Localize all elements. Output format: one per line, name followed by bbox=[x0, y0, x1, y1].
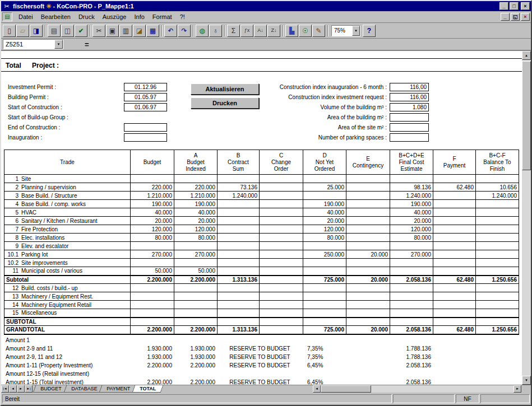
trade-cell[interactable]: 12Build. costs / build.- up bbox=[4, 284, 131, 292]
value-cell[interactable] bbox=[346, 217, 390, 225]
name-box[interactable]: Z5251 ▼ bbox=[3, 39, 63, 49]
value-cell[interactable]: 40.000 bbox=[303, 208, 346, 217]
trade-cell[interactable]: 3Base Build. / Structure bbox=[4, 192, 131, 200]
trade-cell[interactable]: 6Sanitary / Kitchen / Restaurant bbox=[4, 217, 131, 225]
trade-cell[interactable]: 11Municipal costs / various bbox=[4, 267, 131, 276]
scroll-down-button[interactable]: ▼ bbox=[522, 376, 531, 385]
amount-label[interactable]: Amount 2-9, 11 and 12 bbox=[4, 353, 130, 361]
value-cell[interactable] bbox=[260, 242, 303, 250]
value-cell[interactable] bbox=[174, 292, 218, 301]
value-cell[interactable] bbox=[260, 250, 303, 259]
sheet-tab-database[interactable]: DATABASE bbox=[63, 385, 104, 393]
amount-percent[interactable]: 6,45% bbox=[303, 378, 346, 385]
amount-cell-empty[interactable] bbox=[433, 370, 475, 378]
amount-cell-empty[interactable] bbox=[433, 378, 475, 385]
value-cell[interactable]: 80.000 bbox=[131, 234, 174, 242]
column-header[interactable]: F Payment bbox=[433, 150, 476, 175]
scroll-right-button[interactable]: ► bbox=[514, 385, 521, 393]
value-cell[interactable] bbox=[433, 234, 476, 242]
print-preview-button[interactable]: ◫ bbox=[61, 25, 74, 37]
value-cell[interactable] bbox=[303, 259, 346, 267]
value-cell[interactable]: 1.240.000 bbox=[476, 192, 519, 200]
help-button[interactable]: ? bbox=[363, 25, 376, 37]
spelling-button[interactable]: ✔ bbox=[75, 25, 87, 37]
value-cell[interactable] bbox=[346, 301, 390, 309]
field-value[interactable]: 116,00 bbox=[390, 93, 429, 101]
field-value[interactable] bbox=[124, 133, 167, 142]
save-file-button[interactable]: ◨ bbox=[30, 25, 43, 37]
amount-indexed[interactable]: 1.930.000 bbox=[174, 353, 217, 361]
amount-label[interactable]: Amount 1-11 (Property Investment) bbox=[4, 361, 130, 370]
value-cell[interactable] bbox=[218, 175, 260, 183]
close-button[interactable]: × bbox=[521, 2, 530, 10]
value-cell[interactable]: 2.058.136 bbox=[390, 276, 433, 284]
value-cell[interactable] bbox=[131, 309, 174, 318]
amount-final[interactable]: 1.788.136 bbox=[390, 344, 433, 353]
cut-button[interactable]: ✂ bbox=[92, 25, 105, 37]
value-cell[interactable] bbox=[476, 217, 519, 225]
cell-format-button[interactable]: ▦ bbox=[146, 25, 159, 37]
amount-final[interactable]: 1.788.136 bbox=[390, 353, 433, 361]
value-cell[interactable] bbox=[433, 208, 476, 217]
menu-item-format[interactable]: Format bbox=[149, 12, 176, 21]
value-cell[interactable] bbox=[260, 175, 303, 183]
value-cell[interactable] bbox=[260, 301, 303, 309]
value-cell[interactable]: 725.000 bbox=[303, 326, 346, 334]
trade-cell[interactable]: 14Machinery Equipment Retail bbox=[4, 301, 131, 309]
value-cell[interactable] bbox=[433, 242, 476, 250]
map-button[interactable]: ☉ bbox=[299, 25, 312, 37]
value-cell[interactable]: 270.000 bbox=[390, 250, 433, 259]
zoom-control[interactable]: 75% ▼ bbox=[331, 25, 360, 36]
new-workbook-button[interactable]: ▯ bbox=[3, 25, 16, 37]
value-cell[interactable] bbox=[174, 301, 218, 309]
column-header[interactable]: Trade bbox=[4, 150, 131, 175]
value-cell[interactable] bbox=[260, 292, 303, 301]
column-header[interactable]: B+C+D+E Final Cost Estimate bbox=[390, 150, 433, 175]
value-cell[interactable] bbox=[260, 234, 303, 242]
value-cell[interactable] bbox=[433, 284, 476, 292]
workbook-menu-button[interactable]: ▤ bbox=[2, 12, 12, 21]
value-cell[interactable] bbox=[303, 309, 346, 318]
web-globe-button[interactable]: ♁ bbox=[209, 25, 222, 37]
last-sheet-button[interactable]: ►| bbox=[25, 385, 33, 393]
value-cell[interactable]: 120.000 bbox=[174, 225, 218, 234]
trade-cell[interactable]: 10.1Parking lot bbox=[4, 250, 131, 259]
value-cell[interactable] bbox=[218, 250, 260, 259]
value-cell[interactable] bbox=[433, 301, 476, 309]
value-cell[interactable] bbox=[218, 242, 260, 250]
value-cell[interactable] bbox=[346, 200, 390, 208]
maximize-button[interactable]: □ bbox=[510, 2, 519, 10]
value-cell[interactable] bbox=[390, 309, 433, 318]
value-cell[interactable] bbox=[346, 267, 390, 276]
value-cell[interactable]: 190.000 bbox=[303, 200, 346, 208]
value-cell[interactable]: 190.000 bbox=[390, 200, 433, 208]
value-cell[interactable] bbox=[346, 309, 390, 318]
value-cell[interactable] bbox=[476, 225, 519, 234]
column-header[interactable]: C Change Order bbox=[260, 150, 303, 175]
value-cell[interactable]: 2.200.000 bbox=[174, 276, 218, 284]
amount-final[interactable] bbox=[390, 336, 433, 344]
value-cell[interactable] bbox=[260, 309, 303, 318]
value-cell[interactable] bbox=[260, 225, 303, 234]
column-header[interactable]: D Not Yet Ordered bbox=[303, 150, 346, 175]
trade-cell[interactable]: 9Elev. and escalator bbox=[4, 242, 131, 250]
value-cell[interactable] bbox=[260, 267, 303, 276]
value-cell[interactable] bbox=[346, 259, 390, 267]
function-wizard-button[interactable]: ƒx bbox=[240, 25, 253, 37]
amount-percent[interactable] bbox=[303, 370, 346, 378]
value-cell[interactable]: 80.000 bbox=[303, 234, 346, 242]
value-cell[interactable] bbox=[260, 192, 303, 200]
value-cell[interactable]: 40.000 bbox=[390, 208, 433, 217]
amount-note[interactable]: RESERVE TO BUDGET bbox=[217, 378, 303, 385]
value-cell[interactable] bbox=[260, 200, 303, 208]
value-cell[interactable]: 50.000 bbox=[131, 267, 174, 276]
value-cell[interactable]: 250.000 bbox=[303, 250, 346, 259]
field-value[interactable]: 116,00 bbox=[390, 83, 429, 91]
value-cell[interactable] bbox=[260, 183, 303, 192]
print-button[interactable]: ▤ bbox=[48, 25, 61, 37]
value-cell[interactable] bbox=[476, 267, 519, 276]
trade-cell[interactable]: Subtotal bbox=[4, 276, 131, 284]
amount-cell-empty[interactable] bbox=[346, 378, 390, 385]
value-cell[interactable] bbox=[433, 292, 476, 301]
amount-cell-empty[interactable] bbox=[433, 344, 475, 353]
